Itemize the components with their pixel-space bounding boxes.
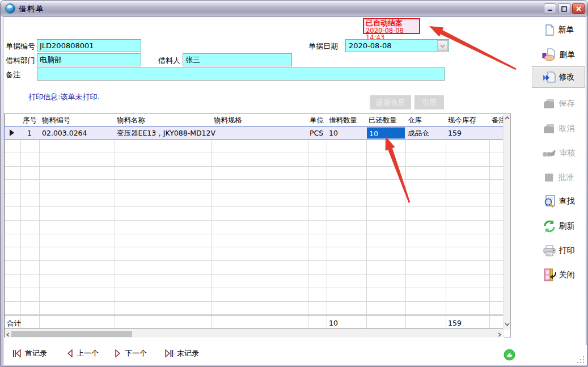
first-record-label: 首记录 xyxy=(25,348,47,358)
window-title: 借料单 xyxy=(19,4,44,14)
col-header-borrow-qty[interactable]: 借料数量 xyxy=(329,116,357,125)
vertical-scrollbar[interactable] xyxy=(503,114,510,330)
first-record-button[interactable]: 首记录 xyxy=(12,348,47,358)
last-record-button[interactable]: 末记录 xyxy=(164,348,199,358)
borrower-label: 借料人 xyxy=(158,56,180,66)
record-navbar: 首记录 上一个 下一个 末记录 xyxy=(3,345,587,365)
stamp-status-text: 已自动结案 xyxy=(366,19,417,27)
sidebar-label-close: 关闭 xyxy=(559,270,575,280)
prev-record-label: 上一个 xyxy=(77,348,99,358)
horizontal-scroll-thumb[interactable] xyxy=(11,331,132,337)
doc-date-combobox[interactable]: 2020-08-08 xyxy=(345,39,449,52)
save-icon xyxy=(543,98,556,110)
sidebar-label-find: 查找 xyxy=(559,196,575,206)
col-header-code[interactable]: 物料编号 xyxy=(42,116,70,125)
audit-icon xyxy=(542,147,557,159)
doc-date-dropdown-button[interactable] xyxy=(437,40,448,51)
col-header-name[interactable]: 物料名称 xyxy=(117,116,145,125)
sidebar-label-new: 新单 xyxy=(559,25,574,35)
scroll-down-icon[interactable] xyxy=(505,323,510,326)
cell-unit[interactable]: PCS xyxy=(310,129,323,137)
sidebar-item-audit: 审核 xyxy=(532,145,585,162)
table-empty-rows[interactable] xyxy=(5,140,504,315)
sidebar-item-approve: 批准 xyxy=(532,169,585,186)
remark-label: 备注 xyxy=(6,70,20,80)
doc-date-label: 单据日期 xyxy=(308,41,338,52)
sidebar-item-print[interactable]: 打印 xyxy=(532,242,585,259)
sidebar-label-delete: 删单 xyxy=(560,50,576,60)
next-record-icon xyxy=(115,349,121,357)
title-bar[interactable]: 借料单 xyxy=(1,1,587,16)
next-record-button[interactable]: 下一个 xyxy=(115,348,147,358)
col-header-warehouse[interactable]: 仓库 xyxy=(408,116,422,125)
close-button[interactable] xyxy=(572,3,585,14)
green-status-icon xyxy=(504,349,515,361)
close-icon xyxy=(576,6,582,12)
borrower-input[interactable] xyxy=(183,53,292,66)
delete-doc-icon xyxy=(542,48,557,62)
table-row[interactable]: 1 02.003.0264 变压器EE13，JKY088-MD12V PCS 1… xyxy=(5,126,504,140)
col-header-seq[interactable]: 序号 xyxy=(23,116,37,125)
cell-returned-qty-selected[interactable]: 10 xyxy=(367,127,405,139)
sidebar-label-save: 保存 xyxy=(559,99,575,109)
first-record-icon xyxy=(12,349,22,357)
refresh-icon xyxy=(543,220,556,233)
current-row-marker-icon xyxy=(10,129,14,136)
maximize-button[interactable] xyxy=(558,3,570,14)
doc-no-label: 单据编号 xyxy=(6,41,35,52)
col-header-returned[interactable]: 已还数量 xyxy=(369,116,397,125)
dept-input[interactable] xyxy=(37,53,141,66)
col-header-stock[interactable]: 现今库存 xyxy=(448,116,476,125)
cell-seq[interactable]: 1 xyxy=(27,129,32,137)
total-stock: 159 xyxy=(448,319,462,327)
reference-button[interactable]: 引用 xyxy=(414,95,444,109)
chevron-down-icon xyxy=(440,44,445,48)
col-header-unit[interactable]: 单位 xyxy=(310,116,324,125)
horizontal-scrollbar[interactable] xyxy=(5,330,504,338)
items-table: 序号 物料编号 物料名称 物料规格 单位 借料数量 已还数量 仓库 现今库存 备… xyxy=(4,113,511,338)
sidebar-item-cancel: 取消 xyxy=(532,120,585,137)
scroll-right-icon[interactable] xyxy=(498,332,501,337)
sidebar-item-delete[interactable]: 删单 xyxy=(532,47,585,64)
scroll-left-icon[interactable] xyxy=(6,332,10,337)
sidebar-item-new[interactable]: 新单 xyxy=(532,22,585,39)
sidebar-label-audit: 审核 xyxy=(560,148,576,158)
table-header-row: 序号 物料编号 物料名称 物料规格 单位 借料数量 已还数量 仓库 现今库存 备… xyxy=(5,114,504,126)
resize-grip[interactable] xyxy=(577,356,585,364)
print-icon xyxy=(543,244,556,257)
sidebar-label-refresh: 刷新 xyxy=(559,221,575,231)
form-content: 已自动结案 2020-08-08 14:43 单据编号 单据日期 2020-08… xyxy=(3,16,586,365)
sidebar-label-approve: 批准 xyxy=(559,172,574,183)
cell-borrow-qty[interactable]: 10 xyxy=(329,129,338,137)
sidebar-item-close[interactable]: 关闭 xyxy=(532,267,585,284)
remark-input[interactable] xyxy=(37,68,445,81)
cell-stock[interactable]: 159 xyxy=(448,129,462,137)
app-globe-icon xyxy=(5,3,15,14)
minimize-button[interactable] xyxy=(544,3,556,14)
total-borrow-qty: 10 xyxy=(329,319,338,327)
auto-close-stamp: 已自动结案 2020-08-08 14:43 xyxy=(363,18,420,34)
col-header-remark[interactable]: 备注 xyxy=(492,116,504,125)
last-record-label: 末记录 xyxy=(177,348,199,358)
last-record-icon xyxy=(164,349,174,357)
dept-label: 借料部门 xyxy=(6,56,35,66)
sidebar-item-refresh[interactable]: 刷新 xyxy=(532,218,585,235)
set-warehouse-button[interactable]: 设置仓库 xyxy=(370,95,411,109)
prev-record-button[interactable]: 上一个 xyxy=(66,348,99,358)
cell-warehouse[interactable]: 成品仓 xyxy=(408,129,429,138)
cancel-icon xyxy=(543,123,556,135)
doc-no-input[interactable] xyxy=(37,39,141,52)
sidebar-label-cancel: 取消 xyxy=(559,124,575,134)
sidebar-label-modify: 修改 xyxy=(559,72,575,82)
minimize-icon xyxy=(547,6,553,11)
sidebar-item-modify[interactable]: 修改 xyxy=(532,66,585,88)
sidebar-item-find[interactable]: 查找 xyxy=(532,193,585,210)
print-info-text: 打印信息:该单未打印. xyxy=(28,92,100,102)
cell-name[interactable]: 变压器EE13，JKY088-MD12V xyxy=(117,129,215,138)
cell-code[interactable]: 02.003.0264 xyxy=(42,129,87,137)
prev-record-icon xyxy=(66,349,73,357)
scroll-up-icon[interactable] xyxy=(505,116,510,120)
new-doc-icon xyxy=(543,24,556,36)
col-header-spec[interactable]: 物料规格 xyxy=(214,116,242,125)
next-record-label: 下一个 xyxy=(125,348,147,358)
